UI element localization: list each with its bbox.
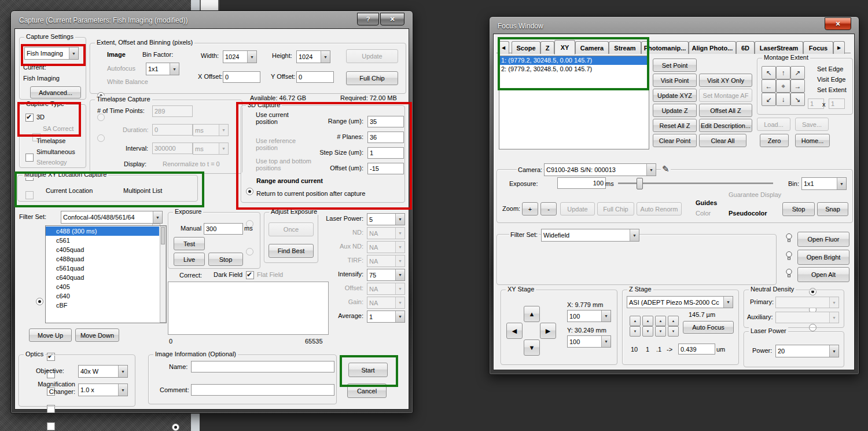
open-alt-button[interactable]: Open Alt	[797, 267, 849, 282]
z-step-value-field[interactable]: 0.439	[678, 344, 715, 355]
name-field[interactable]	[191, 361, 334, 372]
open-bright-button[interactable]: Open Bright	[797, 250, 849, 265]
tab-stream[interactable]: Stream	[609, 41, 641, 54]
tab-camera[interactable]: Camera	[575, 41, 609, 54]
offset-all-z-button[interactable]: Offset All Z	[699, 104, 752, 117]
z-step-01-down-button[interactable]: ▼	[655, 326, 666, 337]
magnification-changer-select[interactable]: 1.0 x▼	[78, 383, 128, 396]
y-step-select[interactable]: 100▼	[567, 335, 611, 348]
z-step-custom-up-button[interactable]: ▲	[668, 316, 679, 326]
channel-checkbox[interactable]	[47, 422, 55, 430]
test-button[interactable]: Test	[174, 237, 205, 250]
montage-center-button[interactable]: ◆	[776, 79, 790, 93]
tab-align-photo[interactable]: Align Photo...	[689, 41, 736, 54]
list-item-label[interactable]: c405	[56, 283, 70, 290]
stage-down-button[interactable]: ▼	[524, 339, 540, 356]
montage-up-right-button[interactable]: ↗	[790, 66, 805, 79]
focus-filter-set-select[interactable]: Widefield▼	[541, 229, 639, 242]
filter-set-select[interactable]: Confocal-405/488/561/64▼	[61, 211, 163, 224]
camera-stop-button[interactable]: Stop	[782, 202, 815, 216]
z-device-select[interactable]: ASI (ADEPT Piezo MS-2000 Cc▼	[627, 296, 733, 308]
bin-select[interactable]: 1x1▼	[801, 177, 847, 190]
help-button[interactable]: ?	[357, 13, 379, 25]
montage-left-button[interactable]: ←	[762, 79, 776, 93]
x-step-select[interactable]: 100▼	[567, 310, 611, 322]
z-step-1-down-button[interactable]: ▼	[642, 326, 653, 337]
close-button[interactable]: ✕	[825, 17, 851, 30]
offset-um-field[interactable]: -15	[367, 163, 404, 174]
height-select[interactable]: 1024▼	[296, 50, 330, 63]
range-field[interactable]: 35	[367, 116, 404, 127]
stop-button[interactable]: Stop	[208, 253, 243, 266]
montage-down-right-button[interactable]: ↘	[790, 93, 805, 106]
stage-left-button[interactable]: ◀	[506, 323, 523, 339]
camera-configure-icon[interactable]: ✎	[661, 164, 671, 174]
zoom-out-button[interactable]: -	[540, 202, 557, 216]
objective-select[interactable]: 40x W▼	[78, 365, 128, 378]
tab-focus[interactable]: Focus	[803, 41, 833, 54]
cancel-button[interactable]: Cancel	[347, 383, 387, 398]
close-button[interactable]: ✕	[380, 13, 404, 25]
list-item-label[interactable]: c561	[56, 237, 70, 244]
z-step-1-up-button[interactable]: ▲	[642, 316, 653, 326]
update-xyz-button[interactable]: Update XYZ	[653, 89, 697, 102]
move-up-button[interactable]: Move Up	[29, 328, 72, 342]
edit-description-button[interactable]: Edit Description...	[699, 119, 752, 132]
tab-photomanip[interactable]: Photomanip...	[641, 41, 689, 54]
montage-right-button[interactable]: →	[790, 79, 805, 93]
live-button[interactable]: Live	[174, 253, 205, 266]
intensify-select[interactable]: 75▼	[367, 269, 405, 281]
visit-xy-only-button[interactable]: Visit XY Only	[699, 74, 752, 87]
montage-down-left-button[interactable]: ↙	[762, 93, 776, 106]
tab-z[interactable]: Z	[540, 41, 554, 54]
bin-factor-select[interactable]: 1x1▼	[146, 63, 179, 75]
power-select[interactable]: 20▼	[775, 345, 839, 357]
capture-settings-preset-select[interactable]: Fish Imaging ▼	[24, 47, 79, 60]
point-item-2[interactable]: 2: (9779.2, 30248.5, 0.00 145.7)	[501, 65, 592, 72]
montage-down-button[interactable]: ↓	[776, 93, 790, 106]
set-point-button[interactable]: Set Point	[653, 59, 697, 72]
exposure-slider-thumb[interactable]	[637, 178, 643, 189]
comment-field[interactable]	[191, 384, 334, 396]
open-fluor-button[interactable]: Open Fluor	[797, 232, 849, 247]
tab-scroll-right[interactable]: ▶	[833, 41, 845, 54]
full-chip-button[interactable]: Full Chip	[346, 71, 398, 85]
home-button[interactable]: Home...	[795, 134, 830, 147]
zero-button[interactable]: Zero	[760, 134, 789, 147]
planes-field[interactable]: 36	[367, 132, 404, 143]
step-size-field[interactable]: 1	[367, 147, 404, 159]
z-step-10-down-button[interactable]: ▼	[630, 326, 641, 337]
laser-power-select[interactable]: 5▼	[367, 213, 405, 225]
list-item-label[interactable]: c640quad	[56, 274, 84, 281]
radio-manual-exposure[interactable]	[172, 423, 179, 431]
z-step-10-up-button[interactable]: ▲	[630, 316, 641, 326]
z-step-custom-down-button[interactable]: ▼	[668, 326, 679, 337]
list-item-label[interactable]: cBF	[56, 302, 68, 309]
radio-use-current-position[interactable]	[246, 188, 253, 195]
z-step-01-up-button[interactable]: ▲	[655, 316, 666, 326]
y-offset-field[interactable]: 0	[296, 71, 334, 83]
list-item-label[interactable]: c405quad	[56, 246, 84, 253]
list-item-label[interactable]: c640	[56, 293, 70, 299]
tab-6d[interactable]: 6D	[736, 41, 755, 54]
tab-scroll-left[interactable]: ◀	[498, 41, 509, 54]
stage-right-button[interactable]: ▶	[540, 323, 556, 339]
move-down-button[interactable]: Move Down	[75, 328, 119, 342]
montage-up-left-button[interactable]: ↖	[762, 66, 776, 79]
exposure-ms-field[interactable]: 300	[204, 223, 243, 235]
tab-xy[interactable]: XY	[554, 40, 575, 54]
visit-point-button[interactable]: Visit Point	[653, 74, 697, 87]
width-select[interactable]: 1024▼	[223, 50, 257, 63]
average-select[interactable]: 1▼	[367, 311, 405, 323]
tab-scope[interactable]: Scope	[512, 41, 540, 54]
x-offset-field[interactable]: 0	[223, 71, 260, 83]
clear-all-button[interactable]: Clear All	[699, 134, 746, 147]
stage-up-button[interactable]: ▲	[524, 306, 540, 322]
list-item-label[interactable]: c488 (300 ms)	[56, 228, 97, 235]
montage-up-button[interactable]: ↑	[776, 66, 790, 79]
camera-exposure-field[interactable]: 100	[557, 177, 606, 189]
tab-laserstream[interactable]: LaserStream	[755, 41, 803, 54]
list-item-label[interactable]: c561quad	[56, 265, 84, 272]
range-around-current-checkbox[interactable]	[246, 271, 254, 279]
advanced-button[interactable]: Advanced...	[30, 86, 81, 98]
